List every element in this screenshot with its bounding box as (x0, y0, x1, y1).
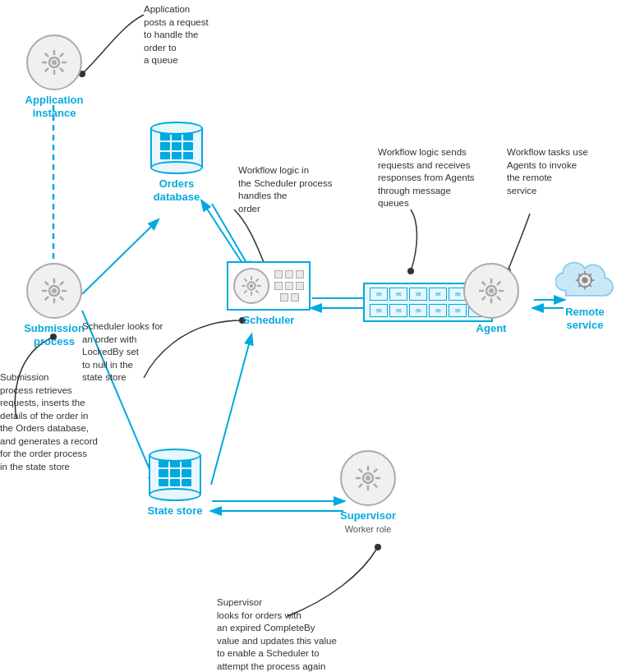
svg-point-28 (489, 288, 494, 293)
annotation-workflow-tasks: Workflow tasks useAgents to invokethe re… (507, 146, 626, 197)
svg-point-22 (52, 60, 57, 65)
application-icon (26, 35, 82, 90)
scheduler-label: Scheduler (243, 314, 295, 327)
remote-service-label: Remoteservice (565, 306, 605, 331)
worker-role-label: Worker role (345, 524, 392, 534)
orders-db-icon (150, 122, 203, 174)
supervisor-node: Supervisor Worker role (327, 450, 409, 534)
svg-line-7 (211, 335, 251, 485)
state-store-node: State store (138, 449, 212, 518)
orders-db-node: Ordersdatabase (140, 122, 214, 203)
svg-point-18 (407, 268, 414, 274)
state-store-label: State store (147, 504, 202, 518)
supervisor-icon (340, 450, 396, 506)
orders-db-label: Ordersdatabase (154, 177, 200, 203)
submission-label: Submissionprocess (24, 322, 85, 348)
annotation-workflow-sends: Workflow logic sendsrequests and receive… (378, 146, 505, 210)
agent-node: Agent (458, 263, 524, 335)
svg-point-26 (250, 284, 254, 288)
remote-service-node: Remoteservice (549, 260, 621, 331)
application-label: Applicationinstance (25, 94, 84, 119)
scheduler-gear (233, 268, 269, 304)
remote-service-icon (555, 260, 614, 302)
agent-icon (463, 263, 519, 319)
submission-icon (26, 263, 82, 319)
scheduler-node: Scheduler (215, 261, 322, 327)
svg-point-30 (582, 278, 587, 283)
agent-label: Agent (476, 322, 507, 335)
application-node: Applicationinstance (13, 35, 95, 119)
scheduler-box (227, 261, 311, 311)
svg-point-24 (52, 288, 57, 293)
svg-point-20 (375, 544, 381, 550)
supervisor-label: Supervisor (340, 509, 396, 522)
scheduler-workflow (274, 270, 304, 301)
annotation-submission-retrieves: Submissionprocess retrievesrequests, ins… (0, 371, 127, 473)
state-store-icon (149, 449, 201, 501)
svg-point-32 (366, 476, 370, 481)
annotation-supervisor-looks: Supervisorlooks for orders withan expire… (217, 596, 381, 672)
annotation-scheduler-handles: Workflow logic inthe Scheduler processha… (238, 164, 349, 215)
annotation-app-queue: Applicationposts a requestto handle theo… (144, 3, 263, 67)
architecture-diagram: Applicationinstance Submissionprocess (0, 0, 635, 672)
